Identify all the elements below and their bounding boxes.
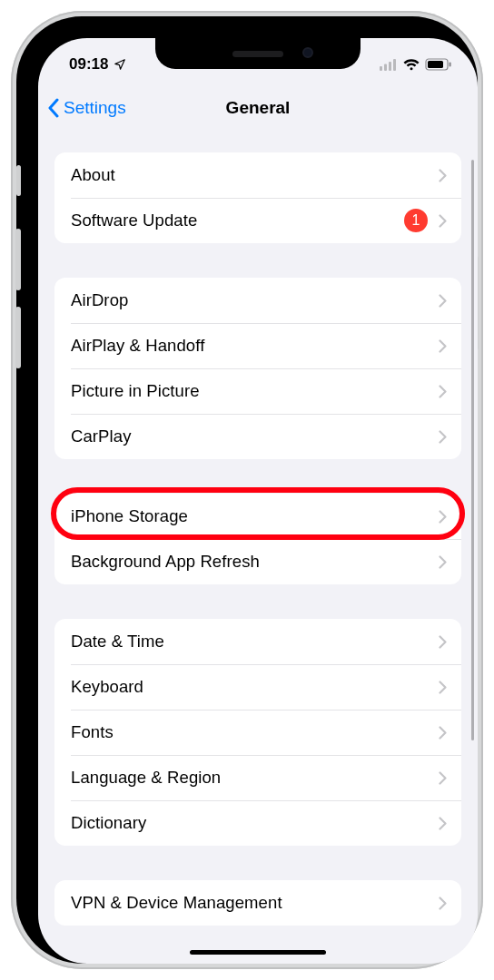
- row-label: Picture in Picture: [71, 381, 439, 401]
- row-about[interactable]: About: [54, 152, 461, 198]
- chevron-right-icon: [439, 385, 447, 398]
- speaker-grille: [232, 51, 283, 57]
- notification-badge: 1: [404, 209, 428, 232]
- row-picture-in-picture[interactable]: Picture in Picture: [54, 368, 461, 414]
- settings-group: AirDropAirPlay & HandoffPicture in Pictu…: [54, 278, 461, 459]
- volume-down-button: [15, 307, 21, 368]
- settings-group: VPN & Device Management: [54, 880, 461, 926]
- row-label: CarPlay: [71, 426, 439, 446]
- svg-rect-5: [428, 61, 443, 68]
- row-label: Dictionary: [71, 813, 439, 833]
- back-button[interactable]: Settings: [47, 83, 126, 132]
- chevron-right-icon: [439, 897, 447, 910]
- row-background-app-refresh[interactable]: Background App Refresh: [54, 539, 461, 584]
- svg-rect-3: [393, 59, 396, 71]
- svg-rect-0: [380, 66, 382, 71]
- wifi-icon: [403, 59, 420, 71]
- mute-switch: [16, 165, 21, 196]
- content[interactable]: AboutSoftware Update1AirDropAirPlay & Ha…: [38, 132, 478, 964]
- screen: 09:18: [38, 38, 478, 964]
- chevron-right-icon: [439, 430, 447, 444]
- nav-bar: Settings General: [38, 83, 478, 132]
- cellular-signal-icon: [380, 59, 398, 71]
- chevron-right-icon: [439, 510, 447, 524]
- chevron-right-icon: [439, 726, 447, 740]
- status-left: 09:18: [69, 55, 126, 74]
- row-label: iPhone Storage: [71, 506, 439, 526]
- row-label: Language & Region: [71, 768, 439, 788]
- row-keyboard[interactable]: Keyboard: [54, 664, 461, 710]
- chevron-right-icon: [439, 169, 447, 182]
- row-airplay-handoff[interactable]: AirPlay & Handoff: [54, 323, 461, 368]
- notch: [155, 38, 361, 69]
- chevron-right-icon: [439, 339, 447, 353]
- phone-frame: 09:18: [11, 11, 483, 969]
- settings-group: Date & TimeKeyboardFontsLanguage & Regio…: [54, 619, 461, 846]
- row-label: AirDrop: [71, 290, 439, 310]
- chevron-right-icon: [439, 294, 447, 308]
- battery-icon: [425, 58, 452, 71]
- page-title: General: [226, 98, 291, 118]
- status-time: 09:18: [69, 55, 108, 74]
- scroll-indicator: [471, 160, 474, 740]
- chevron-right-icon: [439, 214, 447, 228]
- settings-group: iPhone StorageBackground App Refresh: [54, 494, 461, 584]
- chevron-right-icon: [439, 635, 447, 649]
- chevron-right-icon: [439, 681, 447, 694]
- row-label: Keyboard: [71, 677, 439, 697]
- front-camera: [302, 47, 313, 58]
- home-indicator[interactable]: [190, 950, 326, 955]
- row-iphone-storage[interactable]: iPhone Storage: [54, 494, 461, 539]
- row-date-time[interactable]: Date & Time: [54, 619, 461, 664]
- back-label: Settings: [64, 98, 126, 118]
- row-label: Background App Refresh: [71, 552, 439, 572]
- row-label: AirPlay & Handoff: [71, 336, 439, 356]
- row-carplay[interactable]: CarPlay: [54, 414, 461, 459]
- svg-rect-2: [389, 62, 391, 71]
- chevron-left-icon: [47, 98, 62, 118]
- row-label: VPN & Device Management: [71, 893, 439, 913]
- chevron-right-icon: [439, 555, 447, 569]
- row-label: Date & Time: [71, 632, 439, 652]
- row-label: Fonts: [71, 722, 439, 742]
- chevron-right-icon: [439, 771, 447, 785]
- volume-up-button: [15, 229, 21, 290]
- row-dictionary[interactable]: Dictionary: [54, 800, 461, 846]
- location-arrow-icon: [114, 58, 126, 71]
- row-language-region[interactable]: Language & Region: [54, 755, 461, 800]
- svg-rect-6: [450, 63, 451, 67]
- settings-group: AboutSoftware Update1: [54, 152, 461, 243]
- row-software-update[interactable]: Software Update1: [54, 198, 461, 243]
- svg-rect-1: [384, 64, 387, 71]
- row-vpn-device-management[interactable]: VPN & Device Management: [54, 880, 461, 926]
- row-airdrop[interactable]: AirDrop: [54, 278, 461, 323]
- row-label: About: [71, 165, 439, 185]
- chevron-right-icon: [439, 817, 447, 830]
- status-right: [380, 58, 452, 71]
- row-label: Software Update: [71, 211, 404, 230]
- row-fonts[interactable]: Fonts: [54, 710, 461, 755]
